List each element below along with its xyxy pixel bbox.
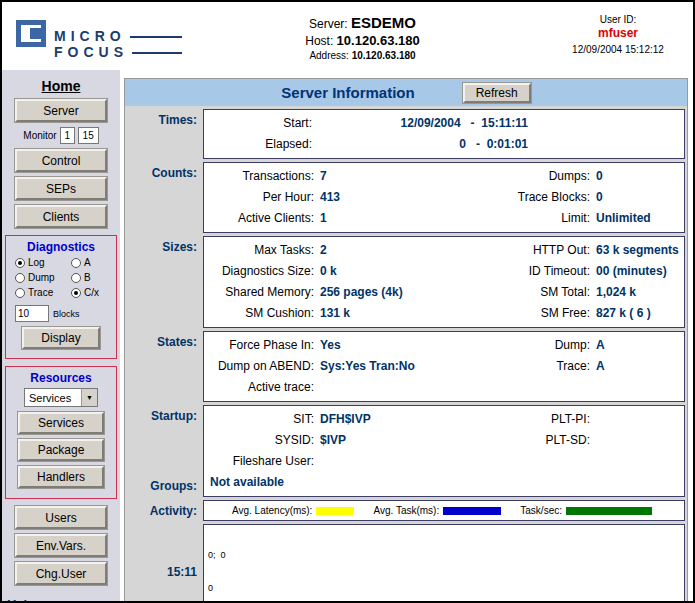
host-label: Host: — [305, 34, 333, 48]
blocks-input[interactable] — [15, 305, 49, 322]
field-value: 00 (minutes) — [594, 261, 680, 282]
address-value: 10.120.63.180 — [352, 50, 416, 61]
sizes-box: Max Tasks:2 HTTP Out:63 k segments Diagn… — [203, 236, 685, 328]
host-address: 10.120.63.180 — [337, 33, 420, 48]
startup-row-label: Startup: — [125, 409, 197, 423]
field-label: SIT: — [208, 409, 318, 430]
logo-line — [132, 52, 182, 54]
field-label: Per Hour: — [208, 187, 318, 208]
services-button[interactable]: Services — [18, 412, 104, 434]
field-label: SM Total: — [468, 282, 594, 303]
dump-radio[interactable]: Dump — [15, 272, 71, 283]
diagnostics-panel: Diagnostics Log A Dump B Trace C/x Block… — [5, 235, 117, 359]
activity-row-label: Activity: — [125, 500, 203, 521]
users-button[interactable]: Users — [15, 506, 107, 529]
field-label: ID Timeout: — [468, 261, 594, 282]
monitor-interval-input[interactable] — [60, 127, 75, 144]
counts-box: Transactions:7 Dumps:0 Per Hour:413 Trac… — [203, 162, 685, 233]
sample-values-box: 0; 0 0 — [203, 524, 685, 603]
resources-title: Resources — [8, 371, 114, 385]
control-button[interactable]: Control — [15, 149, 107, 172]
field-value: 131 k — [318, 303, 468, 324]
field-value: 256 pages (4k) — [318, 282, 468, 303]
field-label — [468, 377, 594, 398]
field-value — [594, 377, 680, 398]
server-identity: Server: ESDEMO Host: 10.120.63.180 Addre… — [182, 2, 543, 70]
field-label: SM Cushion: — [208, 303, 318, 324]
times-row: Times: Start: 12/09/2004 - 15:11:11 Elap… — [125, 109, 687, 159]
resources-panel: Resources Services ▼ Services Package Ha… — [5, 366, 117, 499]
seps-button[interactable]: SEPs — [15, 177, 107, 200]
microfocus-logo: MICRO FOCUS — [2, 2, 182, 70]
header: MICRO FOCUS Server: ESDEMO Host: 10.120.… — [2, 2, 693, 70]
cx-radio-label: C/x — [84, 287, 99, 298]
chevron-down-icon[interactable]: ▼ — [81, 389, 97, 406]
logo-text-focus: FOCUS — [54, 45, 128, 60]
cx-radio[interactable]: C/x — [71, 287, 107, 298]
a-radio[interactable]: A — [71, 257, 107, 268]
home-link[interactable]: Home — [2, 78, 120, 94]
server-label: Server: — [309, 17, 348, 31]
display-button[interactable]: Display — [22, 327, 100, 349]
monitor-duration-input[interactable] — [78, 127, 99, 144]
server-information-table: Server Information Refresh Times: Start:… — [124, 78, 688, 603]
trace-radio-label: Trace — [28, 287, 53, 298]
env-vars-button[interactable]: Env.Vars. — [15, 534, 107, 557]
logo-line — [130, 36, 182, 38]
field-label: Transactions: — [208, 166, 318, 187]
times-box: Start: 12/09/2004 - 15:11:11 Elapsed: 0 … — [203, 109, 685, 159]
start-value: 12/09/2004 - 15:11:11 — [316, 113, 528, 134]
dump-radio-control — [15, 273, 25, 283]
field-label: Limit: — [468, 208, 594, 229]
b-radio[interactable]: B — [71, 272, 107, 283]
sidebar: Home Server Monitor Control SEPs Clients… — [2, 70, 120, 601]
dump-radio-label: Dump — [28, 272, 55, 283]
user-id-label: User ID: — [543, 14, 693, 25]
states-box: Force Phase In:Yes Dump:A Dump on ABEND:… — [203, 331, 685, 402]
tasksec-bar — [566, 507, 652, 515]
field-value: 63 k segments — [594, 240, 680, 261]
field-value: 413 — [318, 187, 468, 208]
field-value — [318, 377, 468, 398]
clients-button[interactable]: Clients — [15, 205, 107, 228]
times-row-label: Times: — [125, 109, 203, 159]
trace-radio[interactable]: Trace — [15, 287, 71, 298]
field-value: DFH$IVP — [318, 409, 468, 430]
field-value: 0 — [594, 166, 680, 187]
field-label: SYSID: — [208, 430, 318, 451]
task-label: Avg. Task(ms): — [373, 505, 439, 516]
field-label: Dumps: — [468, 166, 594, 187]
latency-label: Avg. Latency(ms): — [232, 505, 312, 516]
field-label: HTTP Out: — [468, 240, 594, 261]
log-radio[interactable]: Log — [15, 257, 71, 268]
refresh-button-top[interactable]: Refresh — [463, 83, 531, 103]
elapsed-label: Elapsed: — [208, 134, 316, 155]
elapsed-value: 0 - 0:01:01 — [316, 134, 528, 155]
field-value — [594, 430, 680, 451]
server-button[interactable]: Server — [15, 99, 107, 122]
groups-value: Not available — [208, 472, 680, 493]
a-radio-control — [71, 258, 81, 268]
activity-sample-row: 15:11 0; 0 0 — [125, 524, 687, 603]
page-title: Server Information — [281, 84, 414, 101]
handlers-button[interactable]: Handlers — [18, 466, 104, 488]
sample-line-1: 0; 0 — [208, 550, 680, 561]
microfocus-logo-icon — [16, 20, 46, 47]
latency-bar — [316, 507, 354, 515]
monitor-row: Monitor — [2, 127, 120, 144]
field-value: $IVP — [318, 430, 468, 451]
help-heading: Help — [7, 597, 120, 601]
log-radio-control — [15, 258, 25, 268]
resources-select[interactable]: Services ▼ — [24, 388, 98, 407]
package-button[interactable]: Package — [18, 439, 104, 461]
field-label: Active Clients: — [208, 208, 318, 229]
field-label: Trace Blocks: — [468, 187, 594, 208]
sample-line-2: 0 — [208, 583, 680, 594]
chg-user-button[interactable]: Chg.User — [15, 562, 107, 585]
user-id: mfuser — [543, 26, 693, 40]
resources-select-value: Services — [25, 392, 81, 404]
server-info-header-top: Server Information Refresh — [125, 79, 687, 106]
sample-time-label: 15:11 — [125, 524, 203, 603]
field-label: Active trace: — [208, 377, 318, 398]
b-radio-control — [71, 273, 81, 283]
